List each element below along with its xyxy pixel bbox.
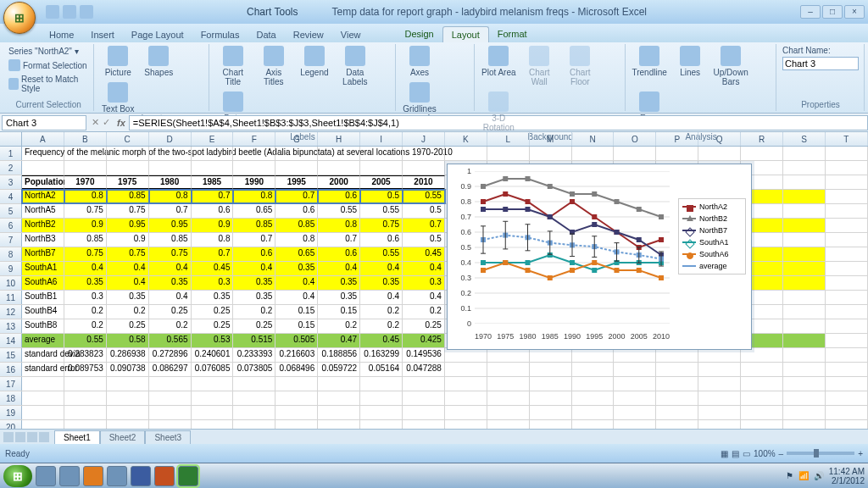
data-cell[interactable]: 0.75	[107, 247, 149, 261]
view-normal-icon[interactable]: ▦	[721, 449, 728, 458]
data-cell[interactable]: 0.35	[64, 276, 107, 290]
column-header[interactable]: F	[233, 132, 275, 146]
cell[interactable]	[275, 377, 318, 391]
cell[interactable]	[826, 147, 868, 160]
taskbar-app-word-icon[interactable]	[131, 466, 151, 486]
population-name[interactable]: NorthB2	[22, 219, 64, 232]
column-header[interactable]: T	[826, 132, 868, 146]
cell[interactable]	[614, 377, 656, 391]
column-header[interactable]: G	[275, 132, 318, 146]
data-cell[interactable]: 0.7	[403, 219, 445, 232]
data-cell[interactable]: 0.5	[403, 204, 445, 218]
name-box[interactable]	[2, 115, 86, 130]
row-header[interactable]: 2	[0, 161, 22, 175]
cell[interactable]	[698, 348, 741, 362]
cell[interactable]	[741, 147, 783, 160]
data-cell[interactable]: 0.25	[192, 319, 234, 333]
cell[interactable]	[107, 391, 149, 405]
row-header[interactable]: 10	[0, 276, 22, 290]
table-header[interactable]: 1970	[64, 175, 107, 189]
cell[interactable]	[22, 391, 64, 405]
data-cell[interactable]: 0.149536	[403, 348, 445, 362]
population-name[interactable]: NorthB3	[22, 233, 64, 247]
cell[interactable]	[572, 406, 615, 419]
table-header[interactable]: Population	[22, 175, 64, 189]
taskbar-app-unknown-icon[interactable]	[107, 466, 127, 486]
cell[interactable]	[149, 377, 192, 391]
data-cell[interactable]: 0.5	[360, 190, 403, 203]
cell[interactable]	[614, 391, 656, 405]
data-cell[interactable]: 0.45	[360, 334, 403, 347]
group-current-selection[interactable]: Current Selection	[8, 100, 88, 109]
data-cell[interactable]: 0.3	[192, 276, 234, 290]
row-header[interactable]: 18	[0, 391, 22, 405]
population-name[interactable]: SouthB1	[22, 291, 64, 304]
population-name[interactable]: NorthB7	[22, 247, 64, 261]
cell[interactable]	[275, 161, 318, 175]
taskbar-app-explorer-icon[interactable]	[59, 466, 80, 486]
sheet-nav-first-icon[interactable]	[3, 432, 14, 442]
column-header[interactable]: J	[403, 132, 445, 146]
cell[interactable]	[783, 262, 826, 275]
view-layout-icon[interactable]: ▤	[732, 449, 739, 458]
cell[interactable]	[826, 305, 868, 319]
updown-button[interactable]: Up/Down Bars	[713, 46, 748, 86]
cell[interactable]	[783, 319, 826, 333]
zoom-level[interactable]: 100%	[754, 449, 776, 458]
tab-page-layout[interactable]: Page Layout	[123, 27, 192, 42]
legend-item[interactable]: NorthB7	[682, 226, 742, 235]
cell[interactable]	[783, 334, 826, 347]
cell[interactable]	[149, 147, 192, 160]
cell[interactable]	[656, 391, 698, 405]
cell[interactable]	[318, 147, 360, 160]
tab-insert[interactable]: Insert	[82, 27, 123, 42]
cell[interactable]	[149, 161, 192, 175]
taskbar-app-powerpoint-icon[interactable]	[154, 466, 175, 486]
row-header[interactable]: 6	[0, 219, 22, 232]
fx-icon[interactable]: fx	[114, 118, 129, 128]
data-cell[interactable]: 0.35	[318, 276, 360, 290]
worksheet-grid[interactable]: 1Frequency of the melanic morph of the t…	[0, 147, 868, 435]
cell[interactable]	[783, 377, 826, 391]
group-properties[interactable]: Properties	[782, 100, 859, 109]
axes-button[interactable]: Axes	[402, 46, 437, 77]
data-cell[interactable]: 0.089753	[64, 363, 107, 376]
data-cell[interactable]: 0.55	[403, 190, 445, 203]
embedded-chart[interactable]: 00.10.20.30.40.50.60.70.80.91 1970197519…	[447, 164, 752, 350]
data-cell[interactable]: 0.7	[233, 233, 275, 247]
cell[interactable]	[487, 391, 530, 405]
cell[interactable]	[530, 406, 572, 419]
cell[interactable]	[783, 363, 826, 376]
enter-icon[interactable]: ✓	[103, 117, 110, 128]
chart-title-button[interactable]: Chart Title	[215, 46, 251, 86]
cell[interactable]	[741, 363, 783, 376]
cell[interactable]	[360, 377, 403, 391]
cell[interactable]	[445, 363, 487, 376]
data-cell[interactable]: 0.4	[403, 291, 445, 304]
data-cell[interactable]: 0.8	[149, 190, 192, 203]
column-header[interactable]: H	[318, 132, 360, 146]
data-cell[interactable]: 0.9	[107, 233, 149, 247]
cell[interactable]	[192, 147, 234, 160]
cell[interactable]	[698, 406, 741, 419]
column-header[interactable]: E	[192, 132, 234, 146]
cell[interactable]	[741, 391, 783, 405]
data-cell[interactable]: 0.35	[275, 262, 318, 275]
chart-floor-button[interactable]: Chart Floor	[562, 46, 598, 86]
cell[interactable]	[783, 219, 826, 232]
cell[interactable]	[698, 147, 741, 160]
data-cell[interactable]: 0.505	[275, 334, 318, 347]
row-header[interactable]: 12	[0, 305, 22, 319]
data-cell[interactable]: 0.6	[318, 190, 360, 203]
cell[interactable]	[826, 348, 868, 362]
data-cell[interactable]: 0.163299	[360, 348, 403, 362]
data-cell[interactable]: 0.283823	[64, 348, 107, 362]
cell[interactable]	[487, 377, 530, 391]
cell[interactable]	[487, 363, 530, 376]
taskbar-app-ie-icon[interactable]	[36, 466, 56, 486]
cell[interactable]	[741, 377, 783, 391]
data-cell[interactable]: 0.4	[149, 291, 192, 304]
system-tray[interactable]: ⚑ 📶 🔊 11:42 AM 2/1/2012	[786, 467, 865, 485]
data-cell[interactable]: 0.25	[233, 319, 275, 333]
cell[interactable]	[233, 161, 275, 175]
